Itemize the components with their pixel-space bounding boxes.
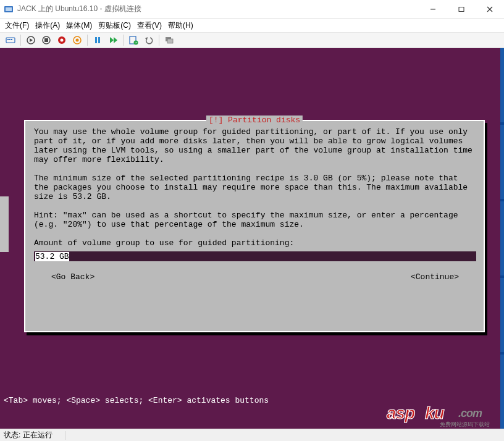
status-separator — [65, 431, 65, 440]
dialog-paragraph: Hint: "max" can be used as a shortcut to… — [34, 211, 476, 229]
dialog-paragraph: You may use the whole volume group for g… — [34, 127, 476, 164]
installer-footer-hint: <Tab> moves; <Space> selects; <Enter> ac… — [4, 396, 269, 405]
app-icon — [4, 4, 14, 14]
toolbar-separator — [20, 35, 21, 46]
svg-marker-11 — [30, 38, 33, 42]
size-input[interactable]: 53.2 GB — [34, 251, 476, 261]
svg-rect-7 — [7, 39, 9, 40]
menu-clipboard[interactable]: 剪贴板(C) — [98, 20, 131, 31]
menu-file[interactable]: 文件(F) — [5, 20, 29, 31]
window-title: JACK 上的 Ubuntu16.10 - 虚拟机连接 — [17, 4, 419, 14]
size-input-value: 53.2 GB — [35, 252, 69, 261]
statusbar: 状态: 正在运行 — [0, 429, 504, 441]
partition-dialog: [!] Partition disks You may use the whol… — [24, 120, 485, 332]
titlebar: JACK 上的 Ubuntu16.10 - 虚拟机连接 — [0, 0, 504, 19]
toolbar-separator — [123, 35, 124, 46]
toolbar — [0, 32, 504, 48]
svg-rect-8 — [9, 39, 10, 40]
pause-button[interactable] — [91, 33, 104, 47]
svg-rect-18 — [95, 37, 97, 43]
dialog-prompt: Amount of volume group to use for guided… — [34, 238, 476, 248]
vm-display[interactable]: [!] Partition disks You may use the whol… — [0, 48, 504, 429]
start-button[interactable] — [24, 33, 38, 47]
desktop-edge — [500, 48, 504, 429]
dialog-paragraph: The minimum size of the selected partiti… — [34, 174, 476, 201]
menubar: 文件(F) 操作(A) 媒体(M) 剪贴板(C) 查看(V) 帮助(H) — [0, 19, 504, 32]
svg-rect-3 — [459, 7, 464, 11]
svg-rect-13 — [44, 38, 48, 42]
svg-rect-19 — [98, 37, 100, 43]
status-label: 状态: 正在运行 — [4, 430, 52, 440]
menu-action[interactable]: 操作(A) — [35, 20, 60, 31]
checkpoint-button[interactable] — [127, 33, 140, 47]
reset-button[interactable] — [106, 33, 120, 47]
menu-view[interactable]: 查看(V) — [137, 20, 162, 31]
go-back-button[interactable]: <Go Back> — [51, 272, 94, 282]
save-button[interactable] — [70, 33, 84, 47]
ctrl-alt-del-button[interactable] — [4, 33, 17, 47]
svg-marker-20 — [110, 37, 114, 43]
close-button[interactable] — [476, 0, 504, 19]
enhanced-session-button[interactable] — [162, 33, 176, 47]
minimize-button[interactable] — [419, 0, 447, 19]
shutdown-button[interactable] — [55, 33, 69, 47]
dialog-title: [!] Partition disks — [206, 116, 303, 125]
menu-help[interactable]: 帮助(H) — [168, 20, 193, 31]
installer-screen: [!] Partition disks You may use the whol… — [4, 48, 498, 410]
svg-point-15 — [61, 39, 64, 42]
maximize-button[interactable] — [447, 0, 476, 19]
dialog-buttons: <Go Back> <Continue> — [34, 272, 476, 282]
menu-media[interactable]: 媒体(M) — [66, 20, 92, 31]
svg-rect-1 — [6, 7, 12, 11]
toolbar-separator — [159, 35, 159, 46]
svg-marker-21 — [114, 37, 117, 43]
continue-button[interactable]: <Continue> — [411, 272, 459, 282]
toolbar-separator — [87, 35, 88, 46]
turnoff-button[interactable] — [40, 33, 53, 47]
revert-button[interactable] — [142, 33, 156, 47]
svg-rect-9 — [11, 39, 12, 40]
svg-point-17 — [76, 39, 79, 42]
svg-rect-26 — [167, 39, 173, 43]
window-controls — [419, 0, 504, 19]
